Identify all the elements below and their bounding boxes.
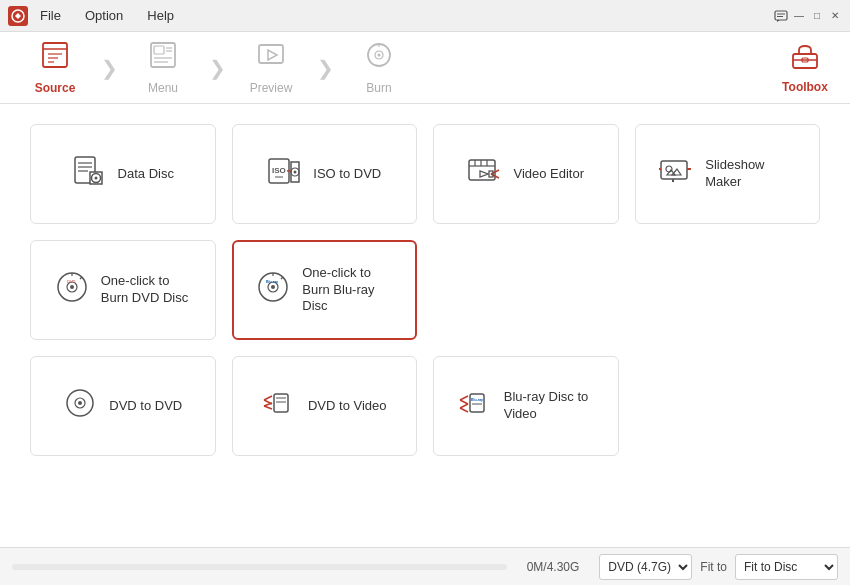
menu-bar: File Option Help (36, 6, 774, 25)
nav-source-label: Source (35, 81, 76, 95)
row2-empty-2 (635, 240, 821, 340)
tool-iso-dvd[interactable]: ISO ISO to DVD (232, 124, 418, 224)
tool-oneclick-bluray-label: One-click to Burn Blu-ray Disc (302, 265, 392, 316)
svg-text:ISO: ISO (272, 166, 286, 175)
menu-option[interactable]: Option (81, 6, 127, 25)
svg-rect-10 (154, 46, 164, 54)
svg-rect-21 (793, 54, 817, 68)
oneclick-dvd-icon: DVD (55, 270, 89, 311)
row2-empty-1 (433, 240, 619, 340)
tool-dvd-dvd-label: DVD to DVD (109, 398, 182, 415)
window-controls: — □ ✕ (774, 9, 842, 23)
svg-point-36 (294, 170, 297, 173)
close-button[interactable]: ✕ (828, 9, 842, 23)
svg-text:Blu-ray: Blu-ray (471, 398, 483, 402)
fit-label: Fit to (700, 560, 727, 574)
titlebar: File Option Help — □ ✕ (0, 0, 850, 32)
data-disc-icon (72, 154, 106, 195)
bd-video-icon: Blu-ray (458, 386, 492, 427)
dvd-video-icon (262, 386, 296, 427)
svg-rect-1 (775, 11, 787, 20)
app-icon (8, 6, 28, 26)
nav-arrow-3: ❯ (316, 32, 334, 104)
storage-info: 0M/4.30G (527, 560, 580, 574)
dvd-dvd-icon (63, 386, 97, 427)
svg-rect-69 (274, 394, 288, 412)
tools-row1: Data Disc ISO ISO to DVD Video Editor Sl… (30, 124, 820, 224)
maximize-button[interactable]: □ (810, 9, 824, 23)
svg-marker-42 (480, 171, 488, 177)
statusbar: 0M/4.30G DVD (4.7G) DVD (8.5G) Fit to Fi… (0, 547, 850, 585)
svg-line-74 (264, 403, 272, 406)
burn-icon (364, 40, 394, 77)
svg-line-65 (281, 277, 283, 279)
svg-rect-4 (43, 43, 67, 67)
tool-oneclick-dvd[interactable]: DVD One-click to Burn DVD Disc (30, 240, 216, 340)
nav-source[interactable]: Source (10, 32, 100, 104)
tool-dvd-video[interactable]: DVD to Video (232, 356, 418, 456)
iso-dvd-icon: ISO (267, 154, 301, 195)
toolbox-label: Toolbox (782, 80, 828, 94)
video-editor-icon (467, 154, 501, 195)
svg-point-62 (271, 285, 275, 289)
nav-burn-label: Burn (366, 81, 391, 95)
svg-line-82 (460, 408, 468, 412)
tool-dvd-video-label: DVD to Video (308, 398, 387, 415)
tool-oneclick-bluray[interactable]: Blu-ray One-click to Burn Blu-ray Disc (232, 240, 418, 340)
tools-row2: DVD One-click to Burn DVD Disc Blu-ray O… (30, 240, 820, 340)
fit-select[interactable]: Fit to Disc Fit to Chapter (735, 554, 838, 580)
svg-line-72 (264, 396, 272, 400)
oneclick-bluray-icon: Blu-ray (256, 270, 290, 311)
row3-empty (635, 356, 821, 456)
svg-line-75 (264, 406, 272, 409)
dvd-size-select[interactable]: DVD (4.7G) DVD (8.5G) (599, 554, 692, 580)
menu-icon (148, 40, 178, 77)
menu-file[interactable]: File (36, 6, 65, 25)
tool-data-disc[interactable]: Data Disc (30, 124, 216, 224)
nav-menu-label: Menu (148, 81, 178, 95)
svg-rect-46 (661, 161, 687, 179)
source-icon (40, 40, 70, 77)
nav-preview[interactable]: Preview (226, 32, 316, 104)
svg-point-19 (378, 54, 381, 57)
toolbox-button[interactable]: Toolbox (770, 32, 840, 104)
tool-iso-dvd-label: ISO to DVD (313, 166, 381, 183)
chat-button[interactable] (774, 9, 788, 23)
preview-icon (256, 40, 286, 77)
toolbar: Source ❯ Menu ❯ Preview ❯ Burn (0, 32, 850, 104)
tool-dvd-dvd[interactable]: DVD to DVD (30, 356, 216, 456)
svg-text:Blu-ray: Blu-ray (266, 280, 278, 284)
tool-video-editor-label: Video Editor (513, 166, 584, 183)
tools-row3: DVD to DVD DVD to Video Blu-ray Blu-ray … (30, 356, 820, 456)
nav-menu[interactable]: Menu (118, 32, 208, 104)
minimize-button[interactable]: — (792, 9, 806, 23)
svg-line-59 (80, 277, 82, 279)
svg-text:DVD: DVD (67, 279, 76, 284)
tool-video-editor[interactable]: Video Editor (433, 124, 619, 224)
svg-point-47 (666, 166, 672, 172)
tool-slideshow[interactable]: Slideshow Maker (635, 124, 821, 224)
svg-point-68 (78, 401, 82, 405)
nav-burn[interactable]: Burn (334, 32, 424, 104)
svg-point-29 (94, 176, 97, 179)
svg-line-79 (460, 396, 468, 400)
svg-point-56 (70, 285, 74, 289)
svg-line-81 (460, 404, 468, 408)
toolbox-icon (791, 42, 819, 76)
tool-bd-video[interactable]: Blu-ray Blu-ray Disc to Video (433, 356, 619, 456)
svg-marker-16 (268, 50, 277, 60)
svg-rect-76 (470, 394, 484, 412)
tool-bd-video-label: Blu-ray Disc to Video (504, 389, 594, 423)
nav-arrow-2: ❯ (208, 32, 226, 104)
tool-data-disc-label: Data Disc (118, 166, 174, 183)
nav-preview-label: Preview (250, 81, 293, 95)
tool-oneclick-dvd-label: One-click to Burn DVD Disc (101, 273, 191, 307)
menu-help[interactable]: Help (143, 6, 178, 25)
svg-rect-15 (259, 45, 283, 63)
slideshow-icon (659, 154, 693, 195)
svg-line-80 (460, 400, 468, 404)
tool-slideshow-label: Slideshow Maker (705, 157, 795, 191)
nav-arrow-1: ❯ (100, 32, 118, 104)
progress-bar (12, 564, 507, 570)
main-content: Data Disc ISO ISO to DVD Video Editor Sl… (0, 104, 850, 547)
